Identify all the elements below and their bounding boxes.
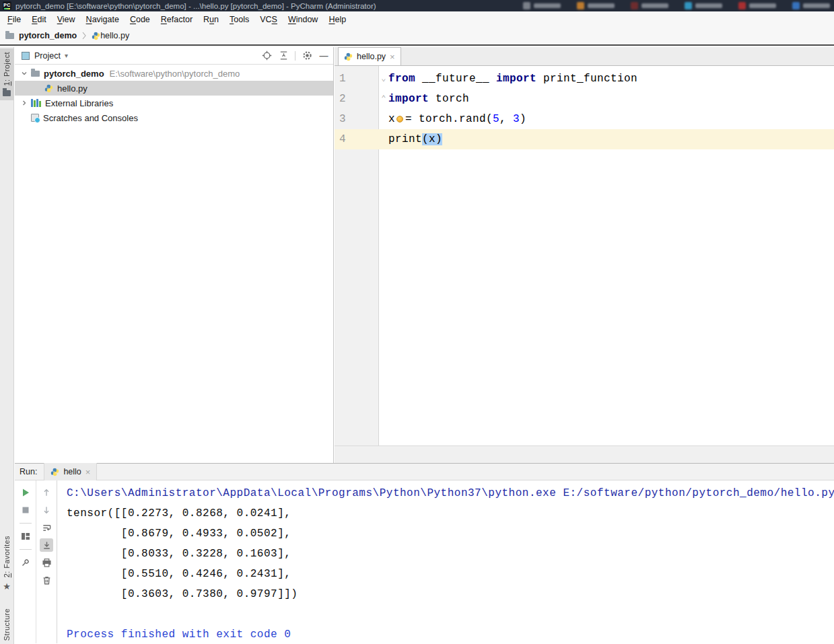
token: __future__ — [415, 73, 496, 85]
blurred-window-item — [523, 2, 561, 9]
locate-file-button[interactable] — [261, 50, 272, 61]
menu-bar: FileEditViewNavigateCodeRefactorRunTools… — [0, 11, 834, 27]
rerun-button[interactable] — [19, 486, 32, 499]
menu-item-edit[interactable]: Edit — [26, 13, 52, 26]
print-button[interactable] — [40, 556, 53, 569]
breadcrumb-file[interactable]: hello.py — [100, 31, 129, 40]
fold-marker-icon[interactable]: ⌄ — [379, 69, 388, 89]
hide-panel-button[interactable]: — — [318, 50, 329, 61]
console-line: [0.5510, 0.4246, 0.2431], — [67, 564, 834, 584]
run-toolbar-left — [15, 480, 36, 643]
menu-item-tools[interactable]: Tools — [224, 13, 254, 26]
code-editor[interactable]: 1⌄from __future__ import print_function2… — [335, 66, 834, 445]
code-text: import torch — [388, 89, 469, 109]
line-number[interactable]: 1 — [335, 69, 379, 89]
console-line: [0.3603, 0.7380, 0.9797]]) — [67, 584, 834, 604]
console-line — [67, 604, 834, 624]
editor-tab-hello-py[interactable]: hello.py × — [338, 47, 401, 65]
token: 3 — [513, 113, 520, 125]
restore-layout-button[interactable] — [19, 530, 32, 543]
project-panel-header: Project ▾ — — [15, 47, 333, 65]
close-tab-icon[interactable]: × — [390, 52, 395, 61]
menu-item-code[interactable]: Code — [125, 13, 155, 26]
window-title: pytorch_demo [E:\software\python\pytorch… — [15, 2, 376, 10]
token: x — [429, 133, 436, 145]
menu-item-refactor[interactable]: Refactor — [155, 13, 198, 26]
folder-icon — [5, 33, 14, 39]
soft-wrap-button[interactable] — [40, 521, 53, 534]
blurred-window-item — [792, 2, 830, 9]
console-line: tensor([[0.2273, 0.8268, 0.0241], — [67, 503, 834, 524]
code-line: 1⌄from __future__ import print_function — [335, 69, 834, 89]
stop-button[interactable] — [19, 503, 32, 517]
settings-gear-icon[interactable] — [302, 50, 312, 61]
editor-area: hello.py × 1⌄from __future__ import prin… — [335, 47, 834, 463]
project-tool-window: Project ▾ — — [15, 47, 334, 463]
token: = torch.rand( — [405, 113, 493, 125]
chevron-collapsed-icon[interactable] — [19, 98, 30, 108]
workspace: 1: Project 2: Favorites ★ : Structure Pr… — [0, 47, 834, 644]
run-tab-hello[interactable]: hello × — [44, 463, 97, 480]
token: x — [388, 113, 395, 125]
tree-row-scratches[interactable]: Scratches and Consoles — [15, 110, 333, 125]
token: 5 — [493, 113, 499, 125]
collapse-all-button[interactable] — [278, 50, 289, 61]
menu-item-file[interactable]: File — [2, 13, 26, 26]
star-icon: ★ — [3, 582, 11, 591]
menu-item-run[interactable]: Run — [198, 13, 224, 26]
tool-window-stripe: 1: Project 2: Favorites ★ : Structure — [0, 47, 14, 644]
clear-console-button[interactable] — [40, 573, 53, 587]
prev-occurrence-button[interactable] — [40, 486, 53, 499]
stripe-button-structure[interactable]: : Structure — [0, 608, 13, 644]
title-bar[interactable]: PC pytorch_demo [E:\software\python\pyto… — [0, 0, 834, 11]
blurred-window-item — [577, 2, 615, 9]
pycharm-logo-icon: PC — [3, 1, 11, 10]
tool-window-icon — [22, 52, 30, 60]
console-line: C:\Users\Administrator\AppData\Local\Pro… — [67, 483, 834, 503]
run-toolbar-console — [36, 480, 57, 643]
menu-item-vcs[interactable]: VCS — [254, 13, 283, 26]
editor-tab-bar: hello.py × — [335, 47, 834, 66]
pin-tab-button[interactable] — [19, 556, 32, 569]
console-line: [0.8679, 0.4933, 0.0502], — [67, 524, 834, 544]
menu-item-help[interactable]: Help — [323, 13, 351, 26]
token: torch — [429, 93, 469, 105]
close-tab-icon[interactable]: × — [85, 468, 91, 476]
tree-row-external-libraries[interactable]: External Libraries — [15, 96, 333, 110]
tree-row-hello-py[interactable]: hello.py — [15, 81, 333, 96]
project-folder-icon — [3, 90, 11, 96]
project-view-selector[interactable]: Project — [34, 51, 61, 61]
line-number[interactable]: 3 — [335, 109, 379, 129]
code-text: print(x) — [388, 129, 442, 149]
line-number[interactable]: 2 — [335, 89, 379, 109]
menu-item-navigate[interactable]: Navigate — [81, 13, 125, 26]
python-file-icon — [344, 52, 353, 61]
token: ( — [422, 133, 429, 145]
token: ) — [520, 113, 526, 125]
code-text: x= torch.rand(5, 3) — [388, 109, 526, 129]
editor-bottom-strip — [335, 445, 834, 463]
tree-row-project-root[interactable]: pytorch_demo E:\software\python\pytorch_… — [15, 66, 333, 81]
run-label: Run: — [20, 467, 37, 476]
intention-bulb-icon[interactable] — [396, 116, 403, 122]
python-file-icon — [50, 468, 59, 476]
token: print — [388, 133, 422, 145]
scroll-to-end-button[interactable] — [40, 538, 53, 552]
menu-item-window[interactable]: Window — [283, 13, 323, 26]
blurred-taskbar-items — [523, 1, 830, 11]
python-file-icon — [44, 84, 53, 93]
scratches-icon — [31, 114, 39, 122]
chevron-right-icon — [81, 32, 88, 40]
fold-marker-icon[interactable]: ⌃ — [379, 89, 388, 109]
chevron-expanded-icon[interactable] — [19, 68, 30, 79]
run-console-output[interactable]: C:\Users\Administrator\AppData\Local\Pro… — [58, 480, 834, 643]
breadcrumb-project[interactable]: pytorch_demo — [19, 31, 77, 40]
token: import — [388, 93, 429, 105]
menu-item-view[interactable]: View — [52, 13, 81, 26]
blurred-window-item — [685, 2, 722, 9]
line-number[interactable]: 4 — [335, 129, 379, 149]
next-occurrence-button[interactable] — [40, 503, 53, 517]
code-text: from __future__ import print_function — [388, 69, 637, 89]
stripe-button-project[interactable]: 1: Project — [0, 48, 13, 100]
stripe-button-favorites[interactable]: 2: Favorites ★ — [0, 536, 13, 591]
